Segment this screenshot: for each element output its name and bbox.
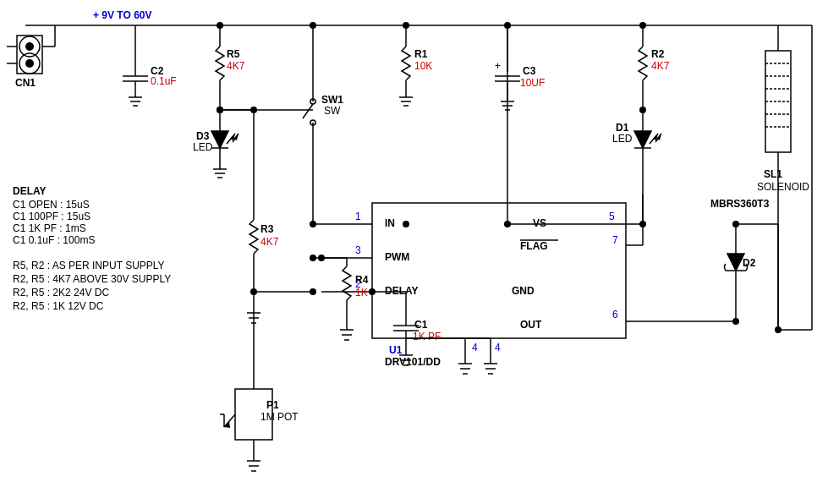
p1-val: 1M POT: [260, 411, 299, 423]
d2-label: D2: [743, 257, 756, 269]
r4-label: R4: [355, 274, 369, 286]
svg-marker-78: [727, 254, 744, 271]
note-line2: C1 100PF : 15uS: [13, 211, 90, 222]
note-line1: C1 OPEN : 15uS: [13, 199, 90, 211]
svg-point-101: [732, 318, 739, 325]
note-line7: R2, R5 : 2K2 24V DC: [13, 287, 109, 299]
svg-point-38: [310, 22, 316, 29]
pin1-label: 1: [355, 211, 361, 222]
sw1-type: SW: [324, 105, 341, 117]
svg-point-65: [639, 107, 646, 113]
d1-type: LED: [612, 133, 633, 145]
c1-label: C1: [414, 319, 428, 331]
svg-point-126: [318, 255, 325, 261]
svg-point-106: [310, 221, 316, 227]
pin6-label: 6: [612, 309, 618, 320]
r5-val: 4K7: [227, 60, 245, 72]
svg-point-155: [403, 221, 409, 227]
u1-type: DRV101/DD: [385, 356, 441, 368]
svg-point-119: [217, 107, 223, 113]
svg-point-103: [775, 326, 781, 333]
sw1-label: SW1: [321, 94, 343, 106]
d1-label: D1: [616, 122, 629, 134]
svg-marker-139: [224, 421, 230, 428]
u1-label: U1: [389, 344, 403, 356]
pin7-label: 7: [612, 234, 618, 246]
r1-label: R1: [414, 48, 428, 60]
c3-val: 10UF: [520, 77, 545, 89]
ic-in-label: IN: [385, 217, 395, 229]
svg-rect-80: [372, 203, 626, 338]
svg-point-135: [369, 288, 376, 295]
d3-type: LED: [193, 141, 213, 153]
ic-out-label: OUT: [520, 319, 542, 331]
svg-marker-58: [634, 131, 651, 148]
svg-marker-20: [211, 131, 228, 148]
svg-point-107: [310, 255, 316, 261]
sl1-type: SOLENOID: [757, 181, 809, 193]
svg-point-102: [732, 221, 739, 227]
c1-val: 1K PF: [413, 331, 441, 342]
note-line8: R2, R5 : 1K 12V DC: [13, 300, 104, 312]
r3-label: R3: [260, 223, 274, 235]
voltage-label: + 9V TO 60V: [93, 9, 152, 21]
note-line3: C1 1K PF : 1mS: [13, 222, 86, 234]
ic-pwm-label: PWM: [385, 251, 409, 263]
r2-val: 4K7: [651, 60, 670, 72]
pin5-label: 5: [609, 211, 615, 222]
svg-point-32: [217, 22, 223, 29]
sl1-label: SL1: [764, 168, 782, 180]
ic-delay-label: DELAY: [385, 285, 419, 297]
c2-val: 0.1uF: [151, 75, 177, 87]
note-line4: C1 0.1uF : 100mS: [13, 234, 95, 246]
r3-val: 4K7: [260, 236, 279, 248]
note-line5: R5, R2 : AS PER INPUT SUPPLY: [13, 260, 165, 271]
svg-line-36: [303, 104, 313, 118]
svg-point-157: [639, 221, 646, 227]
r2-label: R2: [651, 48, 665, 60]
svg-text:+: +: [495, 60, 501, 72]
c3-label: C3: [523, 65, 536, 77]
pin3-label: 3: [355, 244, 361, 256]
cn1-label: CN1: [15, 77, 36, 89]
pin4b-label: 4: [472, 342, 478, 353]
mbrs-label: MBRS360T3: [710, 198, 770, 210]
delay-title: DELAY: [13, 185, 47, 197]
ic-flag-label: FLAG: [520, 240, 548, 252]
pin4-label: 4: [495, 342, 501, 353]
svg-point-56: [639, 22, 646, 29]
svg-point-117: [250, 288, 257, 295]
r1-val: 10K: [414, 60, 432, 72]
p1-label: P1: [266, 399, 279, 411]
svg-point-44: [403, 22, 409, 29]
r5-label: R5: [227, 48, 240, 60]
ic-gnd-label: GND: [512, 285, 535, 297]
ic-vs-label: VS: [533, 217, 546, 229]
r4-val: 1K: [355, 287, 368, 299]
d3-label: D3: [196, 130, 210, 142]
svg-point-8: [25, 42, 34, 51]
svg-point-9: [25, 59, 34, 68]
svg-point-88: [504, 221, 511, 227]
note-line6: R2, R5 : 4K7 ABOVE 30V SUPPLY: [13, 273, 171, 285]
